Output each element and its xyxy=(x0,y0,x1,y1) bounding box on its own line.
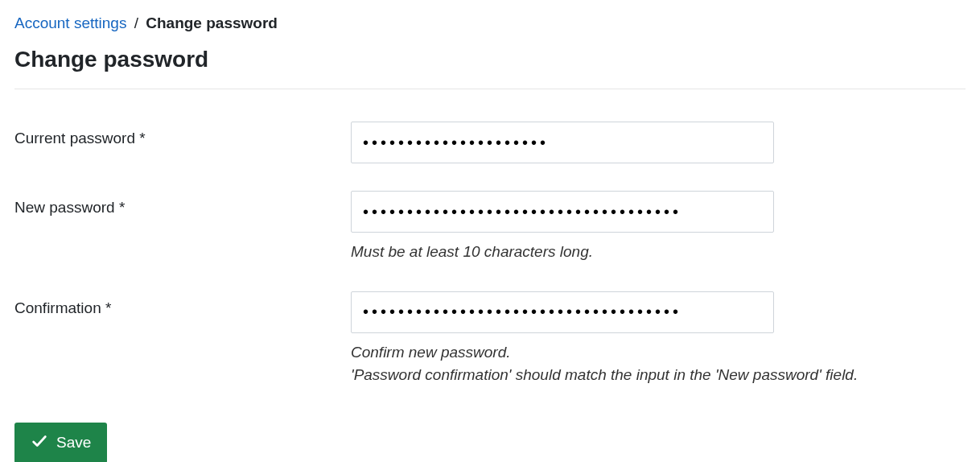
help-confirmation: Confirm new password. 'Password confirma… xyxy=(351,341,858,387)
breadcrumb: Account settings / Change password xyxy=(14,14,966,32)
label-current-password: Current password * xyxy=(14,130,146,146)
help-confirmation-line2: 'Password confirmation' should match the… xyxy=(351,366,858,383)
row-confirmation: Confirmation * Confirm new password. 'Pa… xyxy=(14,291,966,387)
new-password-input[interactable] xyxy=(351,191,774,233)
label-new-password: New password * xyxy=(14,199,125,216)
row-new-password: New password * Must be at least 10 chara… xyxy=(14,191,966,264)
check-icon xyxy=(31,432,48,454)
divider xyxy=(14,89,966,89)
change-password-form: Current password * New password * Must b… xyxy=(14,122,966,462)
breadcrumb-current: Change password xyxy=(146,14,278,31)
breadcrumb-separator: / xyxy=(134,14,138,31)
breadcrumb-parent-link[interactable]: Account settings xyxy=(14,14,126,31)
row-current-password: Current password * xyxy=(14,122,966,163)
save-button[interactable]: Save xyxy=(14,423,107,463)
current-password-input[interactable] xyxy=(351,122,774,163)
help-confirmation-line1: Confirm new password. xyxy=(351,344,511,361)
save-button-label: Save xyxy=(56,434,91,452)
page-title: Change password xyxy=(14,47,966,72)
confirmation-input[interactable] xyxy=(351,291,774,333)
label-confirmation: Confirmation * xyxy=(14,299,111,316)
help-new-password: Must be at least 10 characters long. xyxy=(351,241,774,264)
